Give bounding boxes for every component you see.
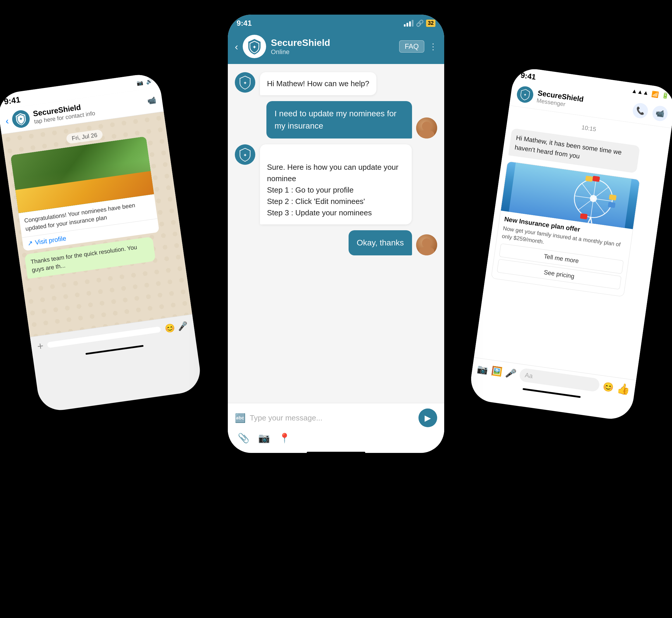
svg-rect-16 [585, 176, 593, 182]
svg-text:✦: ✦ [253, 44, 257, 50]
center-status-bar: 9:41 🔗 32 [228, 15, 444, 30]
left-phone: 9:41 📷 🔊 ‹ ✦ SecureShield tap here for c… [0, 72, 203, 413]
svg-rect-15 [580, 213, 587, 219]
image-gallery-icon[interactable]: 🖼️ [491, 365, 503, 377]
signal-icon: 📶 [651, 90, 659, 98]
center-avatar: ✦ [243, 35, 266, 58]
svg-text:✦: ✦ [243, 153, 247, 158]
sticker-icon[interactable]: 😊 [164, 323, 175, 334]
send-button[interactable]: ▶ [418, 409, 437, 427]
more-options-button[interactable]: ⋮ [429, 42, 437, 51]
right-avatar: ✦ [516, 85, 534, 104]
user-bubble-2: Okay, thanks [349, 230, 412, 255]
wifi-icon: ▲▲▲ [631, 87, 649, 96]
user-avatar-2 [416, 234, 437, 255]
faq-button[interactable]: FAQ [399, 40, 424, 53]
camera-icon: 📷 [136, 79, 144, 87]
svg-rect-12 [592, 176, 600, 182]
center-message-input[interactable]: Type your message... [250, 413, 414, 422]
bot-avatar-2: ✦ [235, 144, 255, 165]
right-contact-info: SecureShield Messenger [536, 89, 584, 110]
image-message: Congratulations! Your nominees have been… [10, 136, 159, 251]
like-button[interactable]: 👍 [616, 382, 631, 396]
center-chat-header: ‹ ✦ SecureShield Online FAQ ⋮ [228, 30, 444, 64]
svg-text:✦: ✦ [243, 81, 247, 85]
speaker-icon: 🔊 [146, 78, 153, 85]
attachment-icon[interactable]: 📎 [238, 432, 249, 443]
video-call-button[interactable]: 📹 [652, 105, 669, 122]
user-message-1: I need to update my nominees for my insu… [235, 101, 437, 138]
svg-rect-13 [609, 194, 616, 200]
svg-rect-14 [608, 202, 615, 208]
center-action-icons: 📎 📷 📍 [235, 432, 437, 443]
add-attachment-icon[interactable]: + [36, 339, 45, 353]
back-arrow-icon[interactable]: ‹ [5, 115, 9, 126]
translate-icon[interactable]: 🔤 [235, 413, 246, 423]
right-chat-area: 10:15 Hi Mathew, it has been some time w… [474, 105, 672, 380]
bot-message-2: ✦ Sure. Here is how you can update your … [235, 144, 437, 224]
user-bubble-1: I need to update my nominees for my insu… [266, 101, 412, 138]
link-status-icon: 🔗 [416, 20, 424, 27]
left-time: 9:41 [3, 95, 21, 106]
svg-text:✦: ✦ [523, 93, 527, 97]
right-phone: 9:41 ▲▲▲ 📶 🔋 ✦ SecureShield Messenger 📞 … [468, 66, 672, 422]
phone-call-button[interactable]: 📞 [632, 102, 649, 119]
video-call-icon[interactable]: 📹 [147, 96, 157, 105]
right-time: 9:41 [520, 71, 536, 82]
send-icon: ▶ [425, 413, 431, 423]
right-status-icons: ▲▲▲ 📶 🔋 [631, 87, 669, 100]
bot-avatar-1: ✦ [235, 72, 255, 93]
mic-icon-left[interactable]: 🎤 [177, 321, 188, 332]
location-icon[interactable]: 📍 [279, 432, 290, 443]
signal-bars [404, 20, 414, 27]
left-avatar: ✦ [11, 109, 31, 129]
center-header-right: FAQ ⋮ [399, 40, 437, 53]
battery-badge: 32 [426, 20, 435, 27]
left-contact-info: SecureShield tap here for contact info [32, 101, 96, 125]
center-input-area: 🔤 Type your message... ▶ 📎 📷 📍 [228, 403, 444, 449]
bot-message-1: ✦ Hi Mathew! How can we help? [235, 72, 437, 95]
center-contact-status: Online [271, 48, 330, 56]
left-header-actions[interactable]: 📹 [147, 96, 157, 105]
center-back-button[interactable]: ‹ [235, 41, 238, 52]
center-contact-name: SecureShield [271, 37, 330, 48]
camera-icon-center[interactable]: 📷 [258, 432, 270, 443]
user-message-2: Okay, thanks [235, 230, 437, 255]
center-status-icons: 🔗 32 [404, 20, 435, 27]
center-phone: 9:41 🔗 32 ‹ ✦ SecureShield Online FAQ ⋮ [228, 15, 444, 453]
camera-icon-right[interactable]: 📷 [476, 363, 489, 375]
user-avatar-1 [416, 117, 437, 138]
center-input-row: 🔤 Type your message... ▶ [235, 409, 437, 427]
link-icon: ↗ [27, 239, 33, 247]
bot-bubble-2: Sure. Here is how you can update your no… [260, 144, 412, 224]
battery-icon: 🔋 [661, 91, 669, 99]
bot-bubble-1: Hi Mathew! How can we help? [260, 72, 376, 95]
left-chat-area: Fri, Jul 26 Congratulations! Your nomine… [1, 112, 192, 337]
center-chat-area: ✦ Hi Mathew! How can we help? I need to … [228, 64, 444, 403]
svg-text:✦: ✦ [19, 117, 23, 122]
center-time: 9:41 [237, 19, 252, 28]
right-header-actions: 📞 📹 [632, 102, 669, 122]
home-indicator-center [307, 452, 365, 453]
promo-card: New Insurance plan offer Now get your fa… [491, 161, 640, 297]
mic-icon-right[interactable]: 🎤 [505, 367, 517, 379]
emoji-icon[interactable]: 😊 [602, 381, 614, 393]
center-contact-info: SecureShield Online [271, 37, 330, 56]
input-action-icons[interactable]: 😊 🎤 [164, 321, 189, 333]
